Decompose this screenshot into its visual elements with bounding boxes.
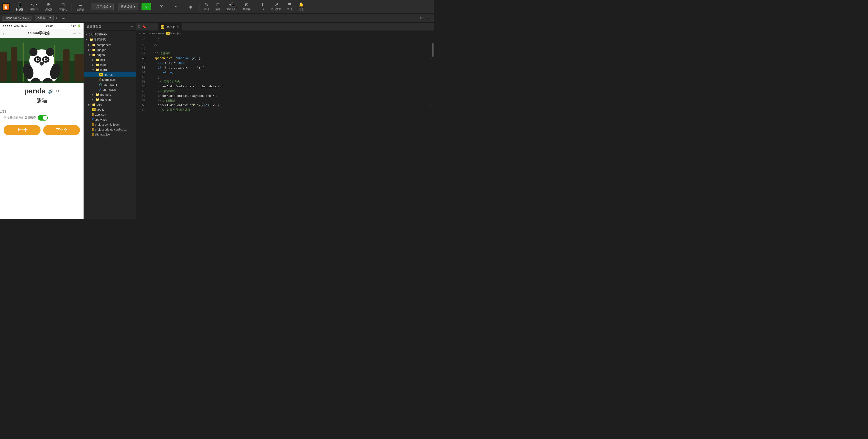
editor-area: ☰ 🔖 ← → JS learn.js ✕ ← → pages › learn …	[136, 23, 434, 220]
explorer-title: 资源管理器	[87, 25, 101, 29]
folder-images[interactable]: ▶ 📁 images	[84, 47, 135, 52]
code-line-50: if (that.data.src == '') { ⌄	[151, 66, 432, 70]
device-arrow: ▾	[28, 16, 29, 20]
debugger-btn[interactable]: ⚙ 调试器	[42, 1, 55, 12]
ln-47: 47	[138, 52, 145, 56]
folder-component[interactable]: ▶ 📁 component	[84, 42, 135, 47]
breadcrumb-forward[interactable]: →	[143, 32, 146, 35]
preview-btn[interactable]: ⊡ 预览	[213, 1, 223, 12]
editor-btn[interactable]: </> 编辑器	[27, 1, 41, 12]
project-root[interactable]: ▼ 📁 学英语鸭	[84, 37, 135, 42]
collapse-58[interactable]: ⌄	[430, 104, 432, 107]
refresh-word-btn[interactable]: ↺	[56, 89, 59, 94]
device-selector[interactable]: iPhone 5 85% 16▲ ▾	[2, 15, 31, 21]
file-app-wxss[interactable]: # app.wxss	[84, 117, 135, 122]
folder-learn[interactable]: ▼ 📁 learn	[84, 67, 135, 72]
images-folder-icon: 📁	[92, 48, 96, 52]
svg-rect-1	[4, 7, 7, 9]
folder-index[interactable]: ▶ 📁 index	[84, 62, 135, 67]
more-options-btn[interactable]: ⋯	[425, 15, 432, 21]
file-project-config[interactable]: {} project.config.json	[84, 122, 135, 127]
upload-btn[interactable]: ⬆ 上传	[257, 1, 267, 12]
dot-3	[7, 25, 8, 27]
layers-btn[interactable]: ◈	[184, 3, 197, 10]
dot-2	[5, 25, 6, 27]
file-app-json[interactable]: {} app.json	[84, 112, 135, 117]
appwxss-icon: #	[92, 117, 94, 121]
folder-edit[interactable]: ▶ 📁 edit	[84, 57, 135, 62]
reload-btn[interactable]: ↻	[55, 15, 60, 21]
opened-editors-section[interactable]: ▶ 打开的编辑器	[84, 31, 135, 37]
breadcrumb-nav-arrows: ← →	[138, 32, 146, 35]
collapse-50[interactable]: ⌄	[430, 66, 432, 70]
compile-dropdown[interactable]: 普通编译 ▾	[118, 3, 138, 10]
collapse-48[interactable]: ⌄	[430, 57, 432, 60]
inspect-icon: ⌖	[175, 4, 177, 9]
ln-59: 59	[138, 108, 145, 113]
cloud-btn[interactable]: ☁ 云开发	[73, 1, 87, 12]
back-btn[interactable]: ‹	[3, 31, 4, 36]
promote-folder-icon: 📁	[96, 93, 99, 96]
hot-reload-selector[interactable]: 热重载 开▼	[35, 15, 54, 21]
next-btn[interactable]: 下一个	[43, 125, 80, 135]
tab-list-icon[interactable]: ☰	[138, 25, 141, 29]
simulator-btn[interactable]: 📱 模拟器	[13, 1, 26, 12]
eye-btn[interactable]: 👁	[155, 3, 168, 10]
folder-promote[interactable]: ▶ 📁 promote	[84, 92, 135, 97]
target-icon[interactable]: ⊙	[78, 32, 81, 35]
edit-btn[interactable]: ✎ 编辑	[201, 1, 212, 12]
menu-dots-icon[interactable]: •••	[73, 32, 76, 35]
tab-forward-icon[interactable]: →	[153, 25, 156, 29]
file-learn-wxml[interactable]: ⬡ learn.wxml	[84, 82, 135, 87]
toggle-label-text: 切换单词时自动播报语音	[4, 116, 36, 120]
clear-btn[interactable]: ⊠ 清缓存	[240, 1, 253, 12]
nav-icons: ••• ⊙	[73, 32, 81, 35]
code-content[interactable]: } }, // 语音播报 speechText: function (e) {	[147, 36, 432, 220]
message-btn[interactable]: 🔔 消息	[296, 1, 306, 12]
folder-utils[interactable]: ▶ 📁 utils	[84, 102, 135, 107]
code-line-49: let that = this	[151, 61, 432, 66]
real-debug-btn[interactable]: 📲 真机调试	[224, 1, 239, 12]
mode-dropdown[interactable]: 小程序模式 ▾	[91, 3, 114, 10]
file-app-js[interactable]: JS app.js	[84, 107, 135, 112]
folder-translate[interactable]: ▶ 📁 translate	[84, 97, 135, 102]
file-learn-wxss[interactable]: # learn.wxss	[84, 87, 135, 92]
scrollbar-thumb[interactable]	[432, 43, 434, 57]
file-project-private[interactable]: {} project.private.config.js...	[84, 127, 135, 132]
prev-btn[interactable]: 上一个	[4, 125, 40, 135]
code-line-57: // 开始播放	[151, 98, 432, 103]
breadcrumb-back[interactable]: ←	[138, 32, 142, 35]
edit-icon: ✎	[205, 2, 208, 7]
edit-folder-icon: 📁	[96, 58, 99, 62]
line-numbers: 44 45 46 47 48 49 50 51 52 53 54 55 56 5…	[136, 36, 147, 220]
tab-learn-js[interactable]: JS learn.js ✕	[158, 23, 182, 31]
breadcrumb-dots[interactable]: ...	[182, 32, 184, 35]
file-learn-json[interactable]: {} learn.json	[84, 77, 135, 82]
tab-close-btn[interactable]: ✕	[177, 25, 179, 29]
version-btn[interactable]: ⎇ 版本管理	[268, 1, 284, 12]
folder-pages[interactable]: ▼ 📁 pages	[84, 52, 135, 57]
svg-rect-9	[74, 54, 84, 83]
main-layout: WeChat ⊛ 16:19 41% 🔋 ‹ animal学习篇 ••• ⊙	[0, 23, 434, 220]
code-editor[interactable]: 44 45 46 47 48 49 50 51 52 53 54 55 56 5…	[136, 36, 434, 220]
code-line-53: // 音频文件地址	[151, 79, 432, 85]
detail-btn[interactable]: ☰ 详情	[285, 1, 295, 12]
progress-area: 1/13	[0, 110, 84, 113]
split-view-btn[interactable]: ⊟	[418, 15, 425, 21]
inspect-btn[interactable]: ⌖	[169, 3, 183, 10]
svg-rect-8	[63, 49, 69, 83]
visualize-btn[interactable]: ⊞ 可视化	[56, 1, 70, 12]
compile-run-btn[interactable]: ↻	[142, 3, 151, 10]
sound-btn[interactable]: 🔊	[48, 89, 54, 94]
editor-scrollbar[interactable]	[432, 36, 434, 220]
breadcrumb-learn[interactable]: learn	[158, 32, 164, 35]
breadcrumb-filename[interactable]: learn.js	[170, 32, 179, 35]
breadcrumb-pages[interactable]: pages	[148, 32, 155, 35]
toggle-switch[interactable]	[38, 115, 48, 121]
tab-back-icon[interactable]: ←	[148, 25, 151, 29]
file-learn-js[interactable]: JS learn.js	[84, 72, 135, 77]
more-btn[interactable]: ···	[61, 15, 66, 21]
tab-bookmark-icon[interactable]: 🔖	[143, 25, 146, 29]
new-file-icon[interactable]: ⋯	[130, 25, 133, 28]
file-sitemap[interactable]: {} sitemap.json	[84, 132, 135, 137]
